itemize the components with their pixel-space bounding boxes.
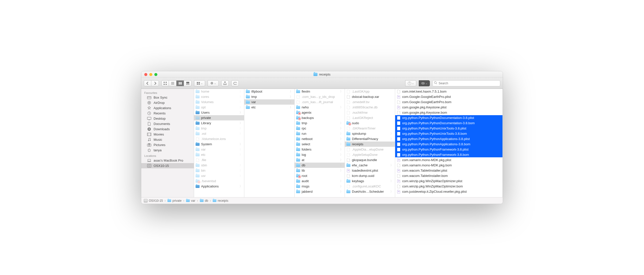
- file-row[interactable]: agentx: [295, 110, 345, 115]
- file-row[interactable]: run〉: [295, 131, 345, 136]
- file-row[interactable]: com.google.pkg.Keystone.bom: [395, 110, 502, 115]
- sidebar-item[interactable]: Downloads: [141, 126, 194, 132]
- path-segment[interactable]: OSX10-15: [144, 199, 163, 202]
- file-row[interactable]: com.Google.GoogleEarthPro.plist: [395, 94, 502, 99]
- back-button[interactable]: [144, 80, 151, 86]
- sidebar-item[interactable]: Recents: [141, 111, 194, 116]
- file-row[interactable]: .configureLocalKDC: [345, 184, 395, 189]
- path-bar[interactable]: OSX10-15›private›var›db›receipts: [141, 197, 503, 204]
- file-row[interactable]: .LastGKReject: [345, 115, 395, 120]
- file-row[interactable]: com.justdevelop.it.ZipCloud.reseller.pkg…: [395, 189, 502, 194]
- file-row[interactable]: audit〉: [295, 178, 345, 184]
- file-row[interactable]: org.python.Python.PythonFramework-3.8.bo…: [395, 152, 502, 157]
- file-row[interactable]: .nuchkfmw: [345, 110, 395, 115]
- file-row[interactable]: select〉: [295, 142, 345, 147]
- file-row[interactable]: Users〉: [194, 110, 244, 115]
- file-row[interactable]: .vol〉: [194, 131, 244, 136]
- file-row[interactable]: etc〉: [194, 152, 244, 157]
- help-button[interactable]: ?⌄: [405, 80, 416, 86]
- file-row[interactable]: com.wacom.TabletInstaller.bom: [395, 173, 502, 178]
- file-row[interactable]: cores〉: [194, 94, 244, 99]
- sidebar-item[interactable]: asas's MacBook Pro: [141, 158, 194, 163]
- share-button[interactable]: [221, 80, 229, 86]
- file-row[interactable]: jabberd〉: [295, 189, 345, 194]
- view-icons-button[interactable]: [161, 80, 169, 86]
- file-row[interactable]: efw_cache〉: [345, 163, 395, 168]
- file-row[interactable]: .omedelif.bv: [345, 99, 395, 105]
- file-row[interactable]: var〉: [244, 99, 294, 105]
- file-row[interactable]: sudo: [345, 120, 395, 126]
- sidebar-item[interactable]: Pictures: [141, 142, 194, 148]
- file-row[interactable]: System〉: [194, 142, 244, 147]
- titlebar[interactable]: receipts: [141, 71, 503, 78]
- sidebar-item[interactable]: Applications: [141, 105, 194, 111]
- file-row[interactable]: org.python.Python.PythonDocumentation-3.…: [395, 115, 502, 120]
- arrange-button[interactable]: ⌄: [194, 80, 205, 86]
- file-row[interactable]: folders〉: [295, 147, 345, 152]
- file-row[interactable]: .com_kas…y_ids_drop: [295, 94, 345, 99]
- file-row[interactable]: sbin〉: [194, 163, 244, 168]
- file-row[interactable]: msgs〉: [295, 184, 345, 189]
- file-row[interactable]: org.python.Python.PythonApplications-3.8…: [395, 142, 502, 147]
- file-row[interactable]: Library〉: [194, 120, 244, 126]
- file-row[interactable]: .LastGKApp: [345, 89, 395, 94]
- minimize-button[interactable]: [149, 73, 152, 76]
- file-row[interactable]: com.winzip.pkg.WinZipMacOptimizer.bom: [395, 184, 502, 189]
- file-row[interactable]: .VolumeIcon.icns: [194, 136, 244, 142]
- file-row[interactable]: com.wacom.TabletInstaller.plist: [395, 168, 502, 173]
- path-segment[interactable]: receipts: [213, 199, 228, 202]
- file-row[interactable]: backups: [295, 115, 345, 120]
- sidebar-item[interactable]: Documents: [141, 121, 194, 126]
- file-row[interactable]: loadedkextmt.plist: [345, 168, 395, 173]
- file-row[interactable]: bin〉: [194, 168, 244, 173]
- file-row[interactable]: kcm-dump.uuid: [345, 173, 395, 178]
- file-row[interactable]: .GKRearmTimer: [345, 126, 395, 131]
- sidebar-item[interactable]: AirDrop: [141, 100, 194, 105]
- sidebar-item[interactable]: Box Sync: [141, 95, 194, 100]
- file-row[interactable]: opt〉: [194, 105, 244, 110]
- search-field[interactable]: [432, 80, 500, 86]
- view-columns-button[interactable]: [176, 80, 184, 86]
- file-row[interactable]: rwho〉: [295, 105, 345, 110]
- file-row[interactable]: org.python.Python.PythonUnixTools-3.8.bo…: [395, 131, 502, 136]
- file-row[interactable]: .AppleSetupDone: [345, 152, 395, 157]
- file-row[interactable]: tftpboot〉: [244, 89, 294, 94]
- file-row[interactable]: Volumes〉: [194, 99, 244, 105]
- sidebar-item[interactable]: OSX10-15: [141, 163, 194, 168]
- file-row[interactable]: etc〉: [244, 105, 294, 110]
- sidebar-item[interactable]: tanya: [141, 148, 194, 153]
- path-segment[interactable]: db: [200, 199, 208, 202]
- file-row[interactable]: .intl8859cache.db: [345, 105, 395, 110]
- action-button[interactable]: ⚙︎⌄: [208, 80, 219, 86]
- file-row[interactable]: spindump〉: [345, 131, 395, 136]
- zoom-button[interactable]: [154, 73, 157, 76]
- tags-button[interactable]: [231, 80, 239, 86]
- file-row[interactable]: netboot〉: [295, 136, 345, 142]
- file-row[interactable]: db〉: [295, 163, 345, 168]
- view-list-button[interactable]: [169, 80, 176, 86]
- file-row[interactable]: usr〉: [194, 173, 244, 178]
- file-row[interactable]: org.python.Python.PythonApplications-3.8…: [395, 136, 502, 142]
- file-row[interactable]: com.winzip.pkg.WinZipMacOptimizer.plist: [395, 178, 502, 184]
- file-row[interactable]: tmp〉: [194, 126, 244, 131]
- file-row[interactable]: rpc〉: [295, 126, 345, 131]
- file-row[interactable]: DuetActiv…Scheduler〉: [345, 189, 395, 194]
- file-row[interactable]: var〉: [194, 147, 244, 152]
- file-row[interactable]: tmp〉: [244, 94, 294, 99]
- file-row[interactable]: .com_kas…ift_journal: [295, 99, 345, 105]
- file-row[interactable]: com.Google.GoogleEarthPro.bom: [395, 99, 502, 105]
- file-row[interactable]: .AppleDia…etupDone: [345, 147, 395, 152]
- file-row[interactable]: org.python.Python.PythonDocumentation-3.…: [395, 120, 502, 126]
- file-row[interactable]: root: [295, 173, 345, 178]
- file-row[interactable]: org.python.Python.PythonUnixTools-3.8.pl…: [395, 126, 502, 131]
- file-row[interactable]: tmp〉: [295, 120, 345, 126]
- file-row[interactable]: .file: [194, 157, 244, 163]
- file-row[interactable]: com.google.pkg.Keystone.plist: [395, 105, 502, 110]
- file-row[interactable]: log〉: [295, 152, 345, 157]
- file-row[interactable]: gkopaque.bundle: [345, 157, 395, 163]
- quicklook-button[interactable]: ⌄: [419, 80, 430, 86]
- search-input[interactable]: [439, 82, 498, 85]
- forward-button[interactable]: [151, 80, 159, 86]
- sidebar-item[interactable]: Desktop: [141, 116, 194, 121]
- file-row[interactable]: flexlm〉: [295, 89, 345, 94]
